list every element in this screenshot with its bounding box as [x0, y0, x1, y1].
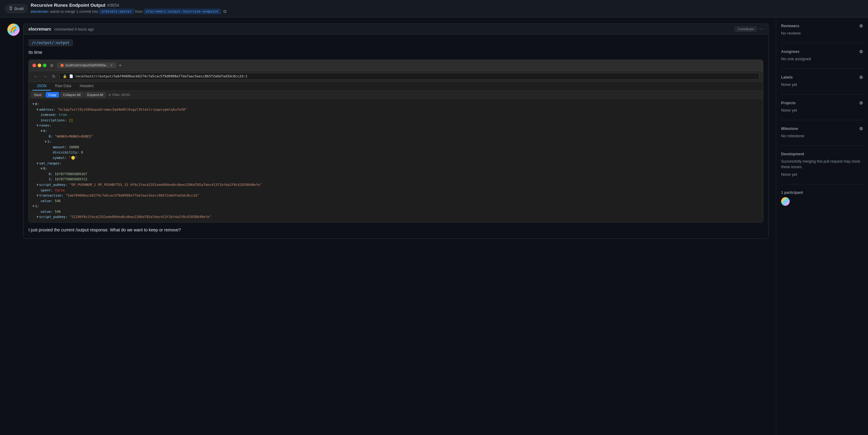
expand-arrow[interactable]: ▼: [32, 101, 35, 107]
traffic-lights: [32, 64, 46, 67]
collapse-all-button[interactable]: Collapse All: [60, 92, 83, 98]
more-options-button[interactable]: ···: [760, 26, 763, 32]
new-tab-button[interactable]: +: [118, 63, 123, 68]
tab-raw-data[interactable]: Raw Data: [51, 82, 75, 91]
content-area: 🌈 elocremarc commented 4 hours ago Contr…: [0, 18, 776, 435]
comment-author: elocremarc: [28, 27, 52, 32]
pr-meta-text: wants to merge 1 commit into: [50, 9, 98, 14]
json-line: ▼sat_ranges:: [32, 161, 760, 166]
sidebar-projects-title: Projects ⚙: [781, 101, 863, 105]
json-entry1-script-pubkey-value: "51200f8c2facb2351ede804ea0cdbee2206d765…: [69, 215, 211, 219]
json-line: inscriptions: []: [32, 118, 760, 123]
pr-author-link[interactable]: elocremarc: [31, 9, 49, 14]
expand-arrow[interactable]: ▼: [36, 193, 38, 198]
browser-menu-button[interactable]: ⊞: [49, 63, 55, 68]
sidebar-reviewers: Reviewers ⚙ No reviews: [781, 24, 863, 35]
reload-button[interactable]: ↻: [51, 73, 57, 79]
json-line: ▼address: "bc1pp7xzlt9jx50daqzw5rxmac3qd…: [32, 107, 760, 112]
reviewers-value: No reviews: [781, 31, 863, 35]
expand-arrow[interactable]: ▼: [45, 139, 47, 144]
comment-block: 🌈 elocremarc commented 4 hours ago Contr…: [7, 24, 769, 239]
filter-json-button[interactable]: ⊘ Filter JSON: [108, 93, 130, 97]
sidebar-divider-4: [781, 120, 863, 120]
tab-headers[interactable]: Headers: [75, 82, 98, 91]
sidebar-assignees: Assignees ⚙ No one assigned: [781, 49, 863, 61]
comment-footer-text: I just proxied the current /output respo…: [28, 228, 763, 234]
labels-value: None yet: [781, 82, 863, 87]
sidebar-milestone-title: Milestone ⚙: [781, 126, 863, 131]
sidebar-labels: Labels ⚙ None yet: [781, 75, 863, 87]
json-line: ▼transaction: "5abf0460bacb6274c7a5cac5f…: [32, 193, 760, 198]
sidebar: Reviewers ⚙ No reviews Assignees ⚙ No on…: [776, 18, 868, 435]
top-bar: ⠿ Draft Recursive Runes Endpoint Output …: [0, 0, 868, 18]
save-button[interactable]: Save: [31, 92, 44, 98]
json-runes-0-0-value: "WANKO•MANKO•RUNES": [55, 134, 93, 138]
sidebar-divider-5: [781, 145, 863, 146]
json-line: ▼script_pubkey: "OP_PUSHNUM_1 OP_PUSHBYT…: [32, 182, 760, 188]
tab-close-button[interactable]: ✕: [110, 64, 113, 67]
sidebar-projects: Projects ⚙ None yet: [781, 101, 863, 112]
tab-json[interactable]: JSON: [32, 82, 51, 91]
avatar: 🌈: [7, 24, 20, 36]
browser-tab-active[interactable]: localhost/r/output/5abf0460ba... ✕: [57, 62, 116, 68]
expand-arrow[interactable]: ▼: [36, 123, 38, 128]
json-line: ▼runes:: [32, 123, 760, 128]
expand-all-button[interactable]: Expand All: [85, 92, 106, 98]
json-viewer: JSON Raw Data Headers Save Copy Collapse…: [29, 82, 763, 222]
forward-button[interactable]: →: [41, 73, 48, 79]
gear-icon-projects[interactable]: ⚙: [859, 101, 863, 105]
comment-content: elocremarc commented 4 hours ago Contrib…: [23, 24, 769, 239]
branch-target: ordinals:master: [99, 9, 134, 14]
sidebar-development: Development Successfully merging this pu…: [781, 152, 863, 177]
assignees-label: Assignees: [781, 49, 800, 54]
gear-icon-milestone[interactable]: ⚙: [859, 126, 863, 131]
sidebar-labels-title: Labels ⚙: [781, 75, 863, 80]
expand-arrow[interactable]: ▼: [36, 214, 38, 220]
branch-source: elocremarc:output-recursive-endpoint: [144, 9, 221, 14]
sidebar-divider-3: [781, 94, 863, 95]
json-content: ▼0: ▼address: "bc1pp7xzlt9jx50daqzw5rxma…: [29, 99, 763, 222]
expand-arrow[interactable]: ▼: [36, 107, 38, 112]
development-label: Development: [781, 152, 804, 156]
comment-body: /r/output/:output Its time ⊞: [24, 35, 768, 238]
minimize-traffic-light[interactable]: [38, 64, 41, 67]
close-traffic-light[interactable]: [32, 64, 36, 67]
milestone-value: No milestone: [781, 134, 863, 138]
expand-arrow[interactable]: ▼: [36, 161, 38, 166]
gear-icon-labels[interactable]: ⚙: [859, 75, 863, 80]
reviewers-label: Reviewers: [781, 24, 799, 28]
json-line: 0: "WANKO•MANKO•RUNES": [32, 134, 760, 139]
back-button[interactable]: ←: [32, 73, 39, 79]
json-line: 1: 1670779085889713: [32, 177, 760, 182]
pr-meta: elocremarc wants to merge 1 commit into …: [31, 8, 228, 15]
browser-nav: ← → ↻ 🔒 📄 localhost/r/output/5abf0460bac…: [29, 71, 763, 82]
copy-button[interactable]: Copy: [45, 92, 59, 98]
comment-header: elocremarc commented 4 hours ago Contrib…: [24, 24, 768, 35]
gear-icon[interactable]: ⚙: [859, 24, 863, 28]
sidebar-divider-2: [781, 68, 863, 69]
expand-arrow[interactable]: ▼: [41, 166, 43, 171]
maximize-traffic-light[interactable]: [43, 64, 46, 67]
main-layout: 🌈 elocremarc commented 4 hours ago Contr…: [0, 18, 868, 435]
copy-branch-button[interactable]: ⧉: [222, 8, 228, 15]
expand-arrow[interactable]: ▼: [36, 182, 38, 188]
gear-icon-assignees[interactable]: ⚙: [859, 49, 863, 54]
sidebar-development-title: Development: [781, 152, 863, 156]
participants-label: 1 participant: [781, 191, 803, 195]
json-line: value: 546: [32, 209, 760, 214]
address-bar[interactable]: 🔒 📄 localhost/r/output/5abf0460bacb6274c…: [59, 73, 760, 80]
json-transaction-value: "5abf0460bacb6274c7a5cac5f9d0908a77da7aa…: [65, 194, 199, 198]
sidebar-participants-title: 1 participant: [781, 191, 863, 195]
contributor-badge: Contributor: [735, 26, 756, 32]
pr-title: Recursive Runes Endpoint Output: [31, 2, 105, 8]
json-line: indexed: true: [32, 112, 760, 118]
projects-label: Projects: [781, 101, 796, 105]
json-spent-value: false: [55, 188, 65, 192]
expand-arrow[interactable]: ▼: [32, 204, 35, 209]
from-text: from: [135, 9, 143, 14]
pr-number: #3654: [107, 3, 119, 8]
expand-arrow[interactable]: ▼: [41, 128, 43, 134]
json-toolbar: Save Copy Collapse All Expand All ⊘ Filt…: [29, 91, 763, 99]
draft-icon: ⠿: [9, 6, 12, 12]
browser-chrome: ⊞ localhost/r/output/5abf0460ba... ✕ +: [29, 60, 763, 71]
